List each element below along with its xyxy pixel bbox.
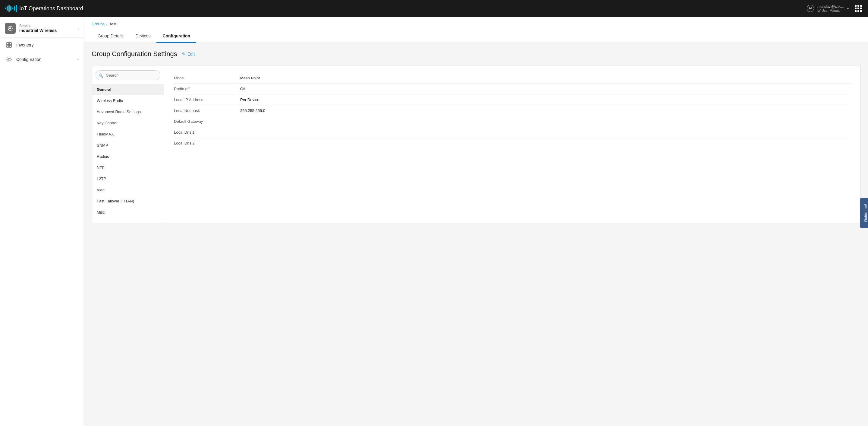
tab-devices[interactable]: Devices bbox=[130, 30, 157, 43]
config-nav-ntp[interactable]: NTP bbox=[92, 162, 164, 173]
guide-me-button[interactable]: Guide me! bbox=[861, 198, 868, 228]
content-area: Group Configuration Settings ✎ Edit 🔍 Ge… bbox=[84, 43, 868, 230]
user-name: tmandavi@cisc... bbox=[816, 4, 844, 9]
config-container: 🔍 General Wireless Radio Advanced Radio … bbox=[92, 65, 861, 223]
service-icon bbox=[5, 23, 16, 34]
grid-dot bbox=[860, 10, 862, 12]
config-field-local-ip: Local IP Address Per Device bbox=[174, 94, 851, 105]
grid-dot bbox=[855, 10, 857, 12]
field-label-default-gateway: Default Gateway bbox=[174, 119, 240, 124]
main-content: Groups / Test Group Details Devices Conf… bbox=[84, 17, 868, 426]
config-nav-fluidmax[interactable]: FluidMAX bbox=[92, 129, 164, 140]
breadcrumb-area: Groups / Test Group Details Devices Conf… bbox=[84, 17, 868, 43]
grid-dot bbox=[855, 7, 857, 9]
page-title: Group Configuration Settings bbox=[92, 50, 177, 58]
configuration-icon bbox=[6, 56, 12, 62]
config-field-local-dns2: Local Dns 2 bbox=[174, 138, 851, 148]
service-text: Service Industrial Wireless bbox=[19, 24, 74, 33]
config-left-panel: 🔍 General Wireless Radio Advanced Radio … bbox=[92, 65, 164, 223]
svg-rect-5 bbox=[14, 6, 15, 10]
chevron-right-icon: › bbox=[78, 26, 79, 30]
config-nav-key-control[interactable]: Key Control bbox=[92, 117, 164, 129]
config-field-local-dns1: Local Dns 1 bbox=[174, 127, 851, 138]
grid-dot bbox=[858, 5, 859, 7]
user-info: tmandavi@cisc... IW User Manua... bbox=[816, 4, 844, 12]
field-value-radio-off: Off bbox=[240, 87, 245, 91]
breadcrumb-current: Test bbox=[109, 22, 116, 26]
user-sub: IW User Manua... bbox=[816, 9, 844, 12]
app-grid-button[interactable] bbox=[854, 4, 863, 13]
field-label-radio-off: Radio off bbox=[174, 87, 240, 91]
user-section[interactable]: tmandavi@cisc... IW User Manua... ▾ bbox=[807, 4, 849, 12]
cisco-logo-mark bbox=[5, 5, 17, 12]
user-icon bbox=[807, 5, 814, 12]
cisco-logo: IoT Operations Dashboard bbox=[5, 5, 83, 12]
config-nav-snmp[interactable]: SNMP bbox=[92, 140, 164, 151]
layout: Service Industrial Wireless › Inventory bbox=[0, 0, 868, 426]
grid-dot bbox=[858, 10, 859, 12]
svg-rect-12 bbox=[7, 45, 9, 47]
sidebar-item-inventory[interactable]: Inventory bbox=[0, 38, 84, 52]
svg-rect-4 bbox=[12, 7, 13, 9]
field-label-local-netmask: Local Netmask bbox=[174, 108, 240, 113]
config-nav-general[interactable]: General bbox=[92, 84, 164, 95]
config-right-panel: Mode Mesh Point Radio off Off Local IP A… bbox=[164, 65, 861, 223]
svg-rect-3 bbox=[10, 6, 11, 10]
field-label-local-dns1: Local Dns 1 bbox=[174, 130, 240, 135]
svg-point-9 bbox=[9, 27, 11, 29]
sidebar-service-item[interactable]: Service Industrial Wireless › bbox=[0, 19, 84, 38]
svg-rect-11 bbox=[9, 42, 11, 45]
grid-dot bbox=[855, 5, 857, 7]
top-nav-left: IoT Operations Dashboard bbox=[5, 5, 83, 12]
app-title: IoT Operations Dashboard bbox=[19, 5, 83, 12]
inventory-label: Inventory bbox=[16, 42, 78, 47]
field-label-mode: Mode bbox=[174, 76, 240, 80]
guide-me-wrapper: Guide me! bbox=[861, 198, 868, 228]
config-nav-vlan[interactable]: Vlan bbox=[92, 184, 164, 196]
breadcrumb-separator: / bbox=[106, 22, 107, 26]
search-input[interactable] bbox=[96, 70, 160, 80]
sidebar: Service Industrial Wireless › Inventory bbox=[0, 17, 84, 426]
breadcrumb: Groups / Test bbox=[92, 22, 861, 26]
svg-rect-13 bbox=[9, 45, 11, 47]
config-nav-advanced-radio[interactable]: Advanced Radio Settings bbox=[92, 106, 164, 117]
chevron-down-icon[interactable]: ▾ bbox=[847, 7, 849, 10]
field-label-local-ip: Local IP Address bbox=[174, 97, 240, 102]
edit-label: Edit bbox=[187, 52, 195, 56]
configuration-label: Configuration bbox=[16, 57, 73, 62]
config-nav-l2tp[interactable]: L2TP bbox=[92, 173, 164, 184]
tab-configuration[interactable]: Configuration bbox=[156, 30, 196, 43]
sidebar-item-configuration[interactable]: Configuration › bbox=[0, 52, 84, 67]
config-nav-wireless-radio[interactable]: Wireless Radio bbox=[92, 95, 164, 106]
config-nav-radius[interactable]: Radius bbox=[92, 151, 164, 162]
inventory-icon bbox=[6, 42, 12, 48]
chevron-right-icon: › bbox=[77, 57, 78, 61]
tab-group-details[interactable]: Group Details bbox=[92, 30, 130, 43]
svg-rect-10 bbox=[7, 42, 9, 45]
svg-rect-2 bbox=[8, 5, 10, 12]
service-name: Industrial Wireless bbox=[19, 28, 74, 33]
svg-rect-0 bbox=[5, 7, 6, 9]
search-icon: 🔍 bbox=[98, 73, 103, 78]
top-nav-right: tmandavi@cisc... IW User Manua... ▾ bbox=[807, 4, 863, 13]
config-nav-misc[interactable]: Misc bbox=[92, 207, 164, 218]
svg-point-14 bbox=[8, 59, 10, 60]
grid-dot bbox=[860, 7, 862, 9]
top-nav: IoT Operations Dashboard tmandavi@cisc..… bbox=[0, 0, 868, 17]
tab-bar: Group Details Devices Configuration bbox=[92, 30, 861, 42]
field-value-mode: Mesh Point bbox=[240, 76, 260, 80]
edit-button[interactable]: ✎ Edit bbox=[182, 52, 195, 56]
config-field-default-gateway: Default Gateway bbox=[174, 116, 851, 127]
field-value-local-netmask: 255.255.255.0 bbox=[240, 108, 265, 113]
breadcrumb-groups-link[interactable]: Groups bbox=[92, 22, 104, 26]
svg-rect-6 bbox=[16, 5, 17, 12]
config-nav-fast-failover[interactable]: Fast Failover (TITAN) bbox=[92, 196, 164, 207]
grid-dot bbox=[860, 5, 862, 7]
edit-icon: ✎ bbox=[182, 52, 186, 56]
field-label-local-dns2: Local Dns 2 bbox=[174, 141, 240, 145]
service-label: Service bbox=[19, 24, 74, 28]
field-value-local-ip: Per Device bbox=[240, 97, 259, 102]
page-header: Group Configuration Settings ✎ Edit bbox=[92, 50, 861, 58]
config-search: 🔍 bbox=[96, 70, 160, 80]
svg-rect-1 bbox=[7, 6, 8, 10]
